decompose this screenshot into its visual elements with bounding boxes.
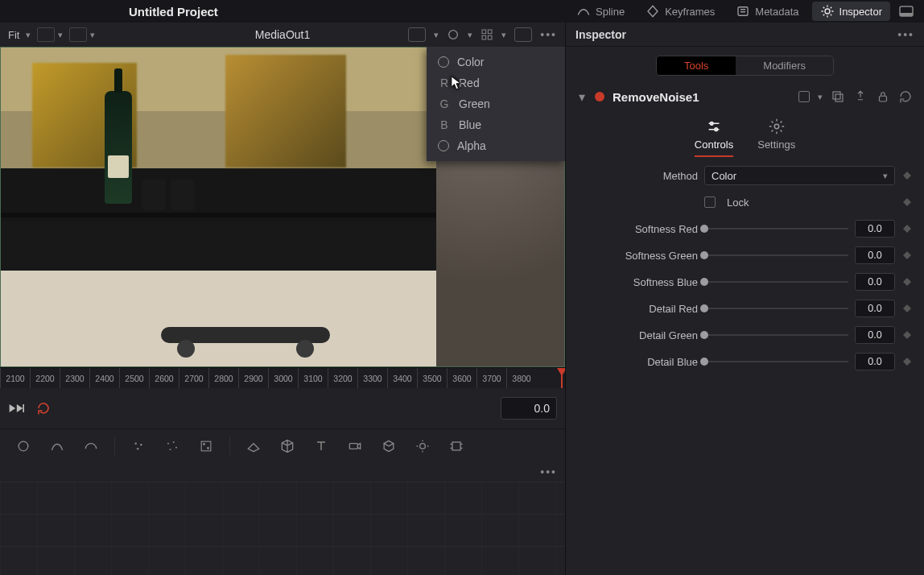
chevron-down-icon[interactable]: ▾ [90,30,95,40]
loop-icon[interactable] [35,401,52,416]
softness-red-value[interactable]: 0.0 [855,220,895,238]
node-header: ▾ RemoveNoise1 ▾ [566,81,924,113]
chevron-down-icon[interactable]: ▾ [501,30,506,40]
softness-green-slider[interactable] [704,254,848,256]
keyframes-icon [646,4,660,19]
color-picker-icon[interactable] [447,28,460,41]
detail-green-slider[interactable] [704,334,848,336]
view-a-button[interactable] [37,27,55,42]
playhead[interactable] [561,368,563,388]
particles-3[interactable] [192,432,220,460]
detail-green-value[interactable]: 0.0 [855,326,895,344]
render-tool[interactable] [443,432,470,460]
light-tool[interactable] [409,432,436,460]
keyframe-diamond-icon[interactable] [901,223,913,234]
node-color-dot [595,92,604,101]
svg-point-12 [140,444,142,446]
inspector-icon [820,4,835,19]
ruler-tick: 2600 [149,368,179,388]
softness-green-value[interactable]: 0.0 [855,246,895,264]
windows-icon[interactable] [831,89,845,104]
collapse-chevron-icon[interactable]: ▾ [577,89,587,105]
camera-tool[interactable] [341,432,369,460]
svg-rect-24 [833,92,840,99]
subtab-controls[interactable]: Controls [695,118,733,157]
keyframe-diamond-icon[interactable] [901,196,913,208]
subtab-settings[interactable]: Settings [757,118,795,157]
detail-red-value[interactable]: 0.0 [855,300,895,317]
channel-menu-alpha[interactable]: Alpha [427,135,565,156]
grid-icon[interactable] [481,28,493,41]
keyframes-tab[interactable]: Keyframes [637,2,723,21]
version-icon[interactable] [798,91,810,102]
ruler-tick: 3000 [268,368,298,388]
metadata-tab[interactable]: Metadata [728,2,806,21]
flow-options-icon[interactable]: ••• [540,465,557,478]
keyframe-diamond-icon[interactable] [901,250,913,261]
channel-dropdown: Color R Red G Green B Blue [427,47,565,161]
channel-menu-color[interactable]: Color [427,52,565,72]
time-display[interactable]: 0.0 [501,397,557,420]
layout-toggle[interactable] [895,2,918,20]
keyframe-diamond-icon[interactable] [901,356,913,367]
softness-blue-slider[interactable] [704,281,848,283]
zoom-chevron-icon[interactable]: ▾ [26,30,31,40]
detail-red-slider[interactable] [704,308,848,309]
reset-icon[interactable] [898,89,913,104]
flow-canvas[interactable] [0,482,565,575]
keyframe-diamond-icon[interactable] [901,170,913,181]
ruler-tick: 2300 [60,368,89,388]
keyframe-diamond-icon[interactable] [901,276,913,288]
keyframe-diamond-icon[interactable] [901,329,913,341]
chevron-down-icon[interactable]: ▾ [818,92,823,102]
arc-tool[interactable] [77,432,105,460]
cube-tool[interactable] [274,432,301,460]
subview-button[interactable] [408,27,426,42]
channel-menu-green[interactable]: G Green [427,93,565,114]
slider-row: Softness Green 0.0 [577,245,913,266]
svg-point-27 [710,122,713,126]
softness-blue-value[interactable]: 0.0 [855,273,895,291]
lock-checkbox[interactable] [704,196,716,208]
particles-1[interactable] [125,432,152,460]
channel-menu-red[interactable]: R Red [427,72,565,93]
softness-red-slider[interactable] [704,228,848,230]
box-tool[interactable] [375,432,402,460]
chevron-down-icon[interactable]: ▾ [58,30,63,40]
project-title: Untitled Project [129,5,218,19]
spline-icon [576,4,591,19]
chevron-down-icon[interactable]: ▾ [468,30,472,40]
chevron-down-icon: ▾ [883,171,888,181]
ruler-tick: 3300 [357,368,387,388]
method-select[interactable]: Color ▾ [704,166,895,185]
slider-row: Detail Green 0.0 [577,325,913,345]
channel-menu-blue[interactable]: B Blue [427,114,565,135]
text-tool[interactable] [307,432,335,460]
more-options-icon[interactable]: ••• [540,28,557,41]
curve-tool[interactable] [43,432,71,460]
roi-button[interactable] [514,27,532,42]
detail-blue-slider[interactable] [704,361,848,362]
tab-tools[interactable]: Tools [657,56,736,75]
metadata-icon [736,4,750,19]
svg-rect-23 [452,442,460,450]
plane-tool[interactable] [240,432,267,460]
inspector-tab[interactable]: Inspector [812,2,890,21]
particles-2[interactable] [159,432,186,460]
zoom-fit[interactable]: Fit [8,29,19,41]
detail-blue-value[interactable]: 0.0 [855,353,895,370]
chevron-down-icon[interactable]: ▾ [434,30,439,40]
tab-modifiers[interactable]: Modifiers [736,56,833,75]
svg-rect-0 [738,7,748,16]
slider-row: Softness Red 0.0 [577,218,913,239]
pin-icon[interactable] [853,89,868,104]
time-ruler[interactable]: 2100 2200 2300 2400 2500 2600 2700 2800 … [0,367,565,388]
view-b-button[interactable] [69,27,87,42]
viewer-canvas[interactable]: Color R Red G Green B Blue [0,47,565,367]
lock-icon[interactable] [876,89,890,104]
spline-tab[interactable]: Spline [568,2,633,21]
inspector-options-icon[interactable]: ••• [897,28,914,41]
go-to-end-icon[interactable] [8,402,24,415]
keyframe-diamond-icon[interactable] [901,303,913,314]
select-tool[interactable] [10,432,37,460]
